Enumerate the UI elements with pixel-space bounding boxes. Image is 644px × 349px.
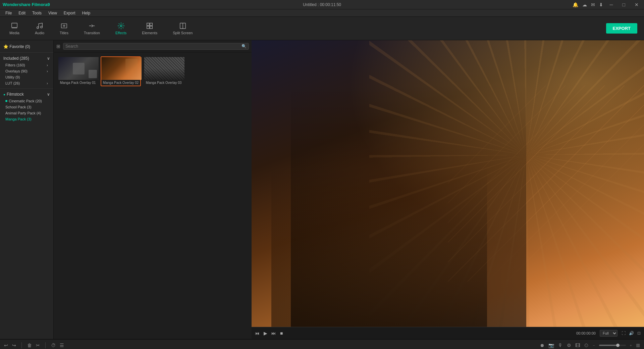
- zoom-slider[interactable]: [599, 345, 626, 346]
- filmstock-icon: ●: [3, 93, 5, 96]
- utility-item[interactable]: Utility (9): [0, 74, 53, 80]
- effect-item-02[interactable]: Manga Pack Overlay 02: [101, 56, 141, 86]
- main-content: ⭐ Favorite (0) Included (285) ∨ Filters …: [0, 40, 644, 339]
- toolbar-transition[interactable]: Transition: [81, 21, 103, 36]
- svg-line-20: [507, 144, 644, 282]
- filmstock-chevron: ∨: [47, 92, 50, 97]
- crop-icon[interactable]: ⊡: [637, 331, 641, 336]
- tl-divider-1: [21, 342, 22, 348]
- close-button[interactable]: ✕: [632, 1, 641, 8]
- transition-icon: [88, 22, 96, 30]
- export-button[interactable]: EXPORT: [606, 23, 637, 34]
- search-box[interactable]: 🔍: [63, 43, 249, 50]
- rewind-button[interactable]: ⏮: [255, 331, 260, 336]
- cloud-icon[interactable]: ☁: [582, 2, 587, 7]
- svg-line-18: [468, 105, 644, 282]
- grid-icon[interactable]: ⊞: [56, 44, 60, 49]
- svg-point-5: [120, 25, 122, 27]
- effect-thumb-02: [101, 57, 142, 80]
- record-button[interactable]: ⏺: [540, 343, 544, 348]
- svg-rect-9: [150, 26, 152, 28]
- preview-controls: ⏮ ▶ ⏭ ■ 00:00:00:00 Full 75% 50% 25% ⛶ 🔊…: [252, 327, 644, 339]
- utility-label: Utility (9): [5, 75, 20, 79]
- left-panel: ⭐ Favorite (0) Included (285) ∨ Filters …: [0, 40, 54, 339]
- frame-forward-button[interactable]: ⏭: [271, 331, 276, 336]
- included-label: Included (285): [3, 56, 29, 61]
- list-button[interactable]: ☰: [60, 343, 64, 348]
- manga-pack-item[interactable]: Manga Pack (3): [0, 116, 53, 122]
- undo-button[interactable]: ↩: [4, 343, 8, 348]
- screenshot-button[interactable]: 📷: [548, 343, 554, 348]
- zoom-out-icon: −: [593, 343, 595, 347]
- volume-icon[interactable]: 🔊: [629, 331, 634, 336]
- overlays-chevron: ›: [47, 69, 48, 73]
- download-icon[interactable]: ⬇: [599, 2, 603, 7]
- toolbar-titles[interactable]: Titles: [57, 21, 71, 36]
- favorite-section[interactable]: ⭐ Favorite (0): [0, 43, 53, 50]
- maximize-button[interactable]: □: [620, 1, 628, 8]
- stop-button[interactable]: ■: [280, 331, 283, 336]
- effect-label-01: Manga Pack Overlay 01: [58, 80, 97, 86]
- lut-chevron: ›: [47, 81, 48, 85]
- effect-item-01[interactable]: Manga Pack Overlay 01: [58, 56, 98, 86]
- toolbar-media[interactable]: Media: [7, 21, 22, 36]
- filmstock-section[interactable]: ● Filmstock ∨: [0, 91, 53, 98]
- settings-button[interactable]: ⚙: [567, 343, 571, 348]
- fullscreen-icon[interactable]: ⛶: [622, 331, 626, 336]
- cut-button[interactable]: ✂: [36, 343, 40, 348]
- effects-grid: Manga Pack Overlay 01 Manga Pack Overlay…: [54, 52, 252, 339]
- svg-line-16: [448, 86, 566, 203]
- menu-view[interactable]: View: [46, 10, 60, 16]
- svg-line-12: [448, 86, 644, 282]
- effect-label-02: Manga Pack Overlay 02: [101, 80, 140, 86]
- manga-pack-label: Manga Pack (3): [5, 117, 32, 121]
- school-pack-item[interactable]: School Pack (3): [0, 104, 53, 110]
- delete-button[interactable]: 🗑: [27, 343, 32, 348]
- lut-item[interactable]: LUT (26) ›: [0, 80, 53, 86]
- tl-divider-2: [45, 342, 46, 348]
- app-logo: Wondershare Filmora9: [3, 2, 50, 7]
- filters-item[interactable]: Filters (160) ›: [0, 62, 53, 68]
- filmstrip-button[interactable]: 🎞: [575, 343, 580, 348]
- cinematic-dot: [5, 100, 7, 102]
- animal-party-pack-item[interactable]: Animal Party Pack (4): [0, 110, 53, 116]
- effect-item-03[interactable]: Manga Pack Overlay 03: [144, 56, 184, 86]
- school-pack-label: School Pack (3): [5, 105, 32, 109]
- radial-lines: [448, 40, 644, 327]
- split-screen-icon: [179, 22, 186, 30]
- overlays-item[interactable]: Overlays (90) ›: [0, 68, 53, 74]
- included-section[interactable]: Included (285) ∨: [0, 55, 53, 62]
- search-input[interactable]: [65, 44, 240, 49]
- mic-button[interactable]: 🎙: [558, 343, 563, 348]
- play-button[interactable]: ▶: [264, 331, 267, 336]
- svg-line-19: [487, 125, 644, 282]
- preview-image: [252, 40, 644, 327]
- cinematic-pack-item[interactable]: Cinematic Pack (20): [0, 98, 53, 104]
- menu-file[interactable]: File: [3, 10, 14, 16]
- preview-area: { }: [252, 40, 644, 327]
- toolbar-split-screen[interactable]: Split Screen: [170, 21, 195, 36]
- minimize-button[interactable]: ─: [607, 1, 616, 8]
- svg-rect-7: [150, 23, 152, 25]
- clock2-button[interactable]: ⏲: [584, 343, 589, 348]
- toolbar-audio[interactable]: Audio: [32, 21, 47, 36]
- menu-help[interactable]: Help: [79, 10, 93, 16]
- timer-button[interactable]: ⏱: [51, 343, 56, 348]
- toolbar-elements[interactable]: Elements: [139, 21, 160, 36]
- svg-rect-8: [147, 26, 149, 28]
- menu-edit[interactable]: Edit: [16, 10, 28, 16]
- waveform-icon[interactable]: ▦: [636, 343, 640, 348]
- effects-icon: [117, 22, 125, 30]
- menu-tools[interactable]: Tools: [30, 10, 44, 16]
- menu-export[interactable]: Export: [61, 10, 78, 16]
- preview-extra-controls: ⛶ 🔊 ⊡: [622, 331, 641, 336]
- toolbar-effects[interactable]: Effects: [113, 21, 129, 36]
- toolbar: Media Audio Titles Transition Effects El…: [0, 17, 644, 40]
- notification-icon[interactable]: 🔔: [573, 2, 578, 7]
- msg-icon[interactable]: ✉: [591, 2, 595, 7]
- zoom-select[interactable]: Full 75% 50% 25%: [600, 330, 618, 337]
- divider-2: [0, 88, 53, 89]
- center-panel: ⊞ 🔍 Manga Pack Overlay 01: [54, 40, 252, 339]
- redo-button[interactable]: ↪: [12, 343, 16, 348]
- title-bar-left: Wondershare Filmora9: [3, 2, 50, 7]
